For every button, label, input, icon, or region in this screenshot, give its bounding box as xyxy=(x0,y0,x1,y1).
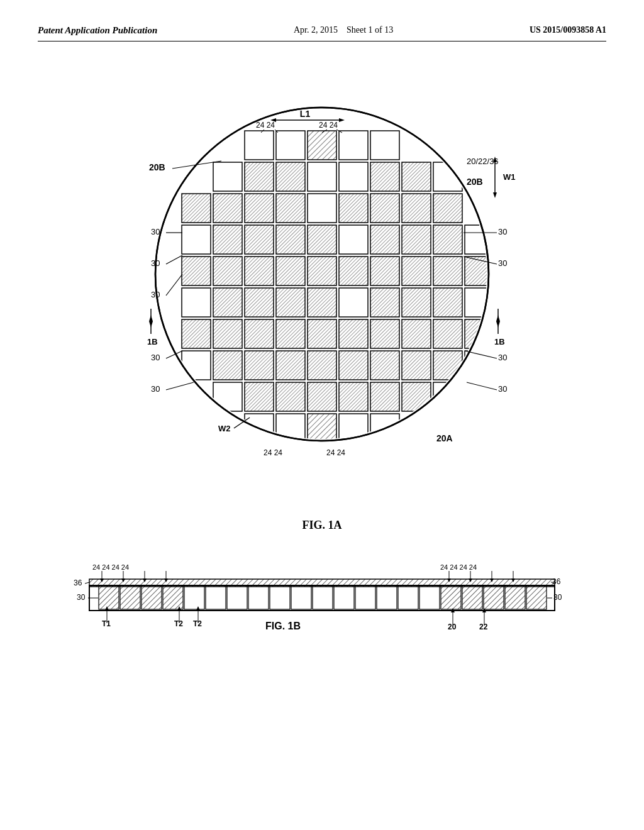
svg-rect-137 xyxy=(398,585,418,609)
svg-rect-136 xyxy=(377,585,397,609)
header-publication-title: Patent Application Publication xyxy=(38,25,157,36)
svg-rect-9 xyxy=(370,131,399,160)
svg-rect-74 xyxy=(402,351,431,380)
fig1b-wrapper: 30 30 36 36 24 24 24 24 xyxy=(52,551,592,648)
svg-rect-77 xyxy=(213,382,242,411)
svg-rect-41 xyxy=(308,257,336,285)
svg-rect-69 xyxy=(245,351,274,380)
svg-rect-66 xyxy=(465,319,494,348)
20-22-36-label: 20/22/36 xyxy=(467,157,499,166)
svg-rect-52 xyxy=(339,288,368,317)
20B-topright-label: 20B xyxy=(467,177,483,187)
header-sheet: Sheet 1 of 13 xyxy=(347,25,393,35)
svg-line-106 xyxy=(465,351,497,358)
T2-left-label: T2 xyxy=(174,619,183,628)
svg-rect-36 xyxy=(465,225,494,254)
svg-rect-135 xyxy=(355,585,375,609)
svg-rect-32 xyxy=(339,225,368,254)
fig1b-20-label: 20 xyxy=(448,622,457,631)
svg-rect-8 xyxy=(339,131,368,160)
svg-rect-84 xyxy=(433,382,462,411)
L1-label: L1 xyxy=(300,109,311,119)
svg-line-107 xyxy=(467,382,497,390)
fig1b-36-right: 36 xyxy=(552,577,561,586)
30-right-4: 30 xyxy=(498,384,507,394)
svg-rect-15 xyxy=(370,162,399,191)
svg-rect-53 xyxy=(370,288,399,317)
svg-rect-23 xyxy=(339,194,368,223)
svg-rect-79 xyxy=(276,382,305,411)
svg-rect-128 xyxy=(206,585,226,609)
svg-rect-134 xyxy=(334,585,354,609)
die-grid xyxy=(182,131,494,443)
W2-label: W2 xyxy=(218,424,231,433)
fig1a-wrapper: L1 W1 W2 20B 20B 20/22/36 20A xyxy=(96,60,548,532)
svg-rect-22 xyxy=(308,194,336,223)
fig1b-36-left: 36 xyxy=(74,578,82,587)
svg-rect-62 xyxy=(339,319,368,348)
page: Patent Application Publication Apr. 2, 2… xyxy=(0,0,644,830)
svg-rect-51 xyxy=(308,288,336,317)
svg-rect-142 xyxy=(505,585,525,609)
svg-marker-110 xyxy=(149,321,153,328)
fig1b-30-right: 30 xyxy=(553,593,562,602)
svg-rect-59 xyxy=(245,319,274,348)
svg-rect-72 xyxy=(339,351,368,380)
20B-topleft-label: 20B xyxy=(149,162,165,172)
30-left-3: 30 xyxy=(151,290,160,299)
svg-rect-76 xyxy=(465,351,494,380)
30-right-1: 30 xyxy=(498,227,507,236)
svg-rect-81 xyxy=(339,382,368,411)
fig1b-svg: 30 30 36 36 24 24 24 24 xyxy=(52,551,592,645)
svg-marker-111 xyxy=(149,315,153,321)
svg-rect-82 xyxy=(370,382,399,411)
svg-rect-124 xyxy=(120,585,140,609)
24-top-1: 24 24 xyxy=(256,121,275,130)
svg-rect-64 xyxy=(402,319,431,348)
svg-marker-169 xyxy=(196,606,200,611)
svg-rect-138 xyxy=(419,585,440,609)
svg-rect-131 xyxy=(270,585,290,609)
24-top-2: 24 24 xyxy=(319,121,338,130)
svg-rect-139 xyxy=(441,585,461,609)
svg-rect-123 xyxy=(99,585,119,609)
svg-rect-83 xyxy=(402,382,431,411)
svg-line-98 xyxy=(172,161,221,169)
T1-label: T1 xyxy=(102,619,111,628)
svg-rect-18 xyxy=(182,194,211,223)
svg-rect-55 xyxy=(433,288,462,317)
svg-rect-42 xyxy=(339,257,368,285)
svg-rect-68 xyxy=(213,351,242,380)
svg-rect-56 xyxy=(465,288,494,317)
svg-rect-40 xyxy=(276,257,305,285)
30-left-4: 30 xyxy=(151,353,160,362)
fig1a-svg: L1 W1 W2 20B 20B 20/22/36 20A xyxy=(96,60,548,513)
fig1b-24-topright: 24 24 24 24 xyxy=(440,563,477,571)
fig1a-label: FIG. 1A xyxy=(96,519,548,532)
svg-rect-30 xyxy=(276,225,305,254)
24-bottom-2: 24 24 xyxy=(326,448,345,457)
svg-rect-12 xyxy=(276,162,305,191)
svg-marker-96 xyxy=(493,192,497,198)
svg-rect-140 xyxy=(462,585,482,609)
fig1b-24-topleft: 24 24 24 24 xyxy=(92,563,129,571)
svg-rect-70 xyxy=(276,351,305,380)
figures-container: L1 W1 W2 20B 20B 20/22/36 20A xyxy=(38,60,606,648)
svg-rect-14 xyxy=(339,162,368,191)
svg-line-101 xyxy=(166,274,182,296)
T2-right-label: T2 xyxy=(193,619,202,628)
1B-left-label: 1B xyxy=(147,337,158,346)
svg-rect-133 xyxy=(313,585,333,609)
30-left-5: 30 xyxy=(151,384,160,394)
svg-rect-31 xyxy=(308,225,336,254)
svg-rect-71 xyxy=(308,351,336,380)
header-patent-number: US 2015/0093858 A1 xyxy=(530,25,606,35)
30-left-2: 30 xyxy=(151,258,160,268)
svg-rect-39 xyxy=(245,257,274,285)
svg-rect-7 xyxy=(308,131,336,160)
svg-rect-24 xyxy=(370,194,399,223)
fig1b-label: FIG. 1B xyxy=(265,621,301,631)
30-right-2: 30 xyxy=(498,258,507,268)
svg-rect-63 xyxy=(370,319,399,348)
svg-rect-54 xyxy=(402,288,431,317)
